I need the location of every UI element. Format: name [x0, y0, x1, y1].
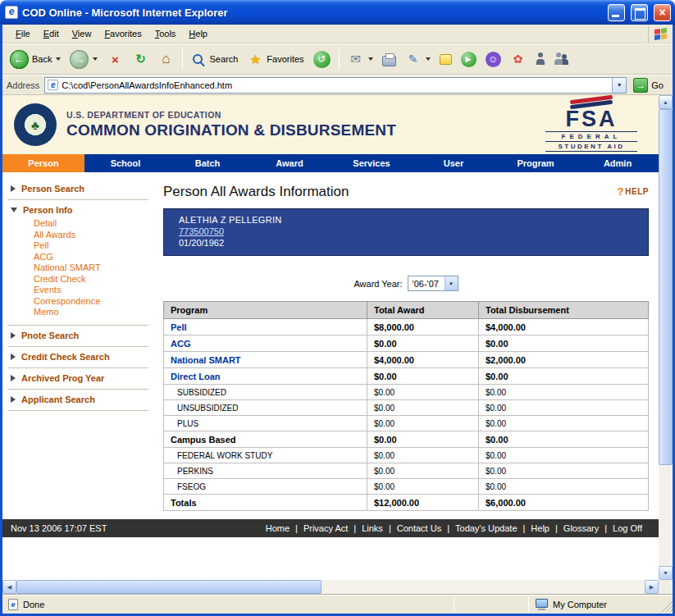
banner-app-title: COMMON ORIGINATION & DISBURSEMENT — [66, 121, 396, 139]
sidebar-subitems: Detail All Awards Pell ACG National SMAR… — [7, 217, 148, 321]
menu-tools[interactable]: Tools — [148, 26, 183, 41]
discuss-button[interactable] — [436, 52, 456, 67]
close-button[interactable]: × — [654, 4, 671, 21]
menu-help[interactable]: Help — [182, 26, 214, 41]
horizontal-scrollbar[interactable]: ◀ ▶ — [2, 580, 673, 594]
home-button[interactable]: ⌂ — [153, 48, 178, 70]
nav-tab-person[interactable]: Person — [2, 154, 84, 172]
footer-link-links[interactable]: Links — [358, 523, 386, 533]
sidebar-item-credit-check[interactable]: Credit Check — [34, 274, 148, 285]
sidebar-item-correspondence[interactable]: Correspondence — [34, 296, 148, 308]
program-link-acg[interactable]: ACG — [171, 339, 190, 349]
person-name: ALETHIA Z PELLEGRIN — [179, 214, 633, 226]
sidebar-item-person-info[interactable]: Person Info — [7, 203, 148, 217]
sidebar-item-person-search[interactable]: Person Search — [7, 182, 148, 195]
sidebar-item-national-smart[interactable]: National SMART — [34, 262, 148, 274]
edit-button[interactable]: ✎ — [401, 48, 435, 70]
sidebar-item-memo[interactable]: Memo — [34, 307, 148, 318]
sidebar-item-acg[interactable]: ACG — [34, 252, 148, 263]
program-link-pell[interactable]: Pell — [171, 322, 187, 332]
banner-text: U.S. DEPARTMENT OF EDUCATION COMMON ORIG… — [66, 110, 396, 139]
award-cell: $0.00 — [367, 416, 479, 431]
footer-link-help[interactable]: Help — [527, 523, 553, 533]
horizontal-scroll-thumb[interactable] — [16, 580, 322, 594]
messenger-button[interactable]: ☺ — [481, 49, 505, 70]
title-bar[interactable]: e COD Online - Microsoft Internet Explor… — [0, 0, 675, 25]
stop-icon: × — [107, 51, 123, 67]
sidebar-item-pnote-search[interactable]: Pnote Search — [7, 329, 148, 342]
menu-view[interactable]: View — [66, 26, 98, 41]
department-of-education-seal-icon: ♣ — [14, 103, 57, 146]
stop-button[interactable]: × — [103, 48, 127, 70]
mail-dropdown-caret[interactable] — [368, 57, 373, 61]
scroll-up-button[interactable]: ▲ — [659, 95, 673, 109]
icq-flower-icon: ✿ — [510, 51, 527, 67]
scroll-down-button[interactable]: ▼ — [659, 566, 673, 580]
nav-tab-services[interactable]: Services — [331, 154, 413, 172]
horizontal-scroll-track[interactable] — [16, 580, 645, 594]
menu-file[interactable]: File — [9, 26, 37, 41]
sidebar-item-pell[interactable]: Pell — [34, 240, 148, 252]
forward-button[interactable]: → — [66, 48, 102, 71]
award-cell: $12,000.00 — [367, 495, 479, 511]
help-link[interactable]: ? HELP — [617, 185, 649, 198]
scroll-left-button[interactable]: ◀ — [2, 580, 16, 594]
nav-tab-school[interactable]: School — [84, 154, 166, 172]
go-button[interactable]: → Go — [632, 77, 668, 94]
footer-link-log-off[interactable]: Log Off — [609, 523, 645, 533]
back-dropdown-caret[interactable] — [56, 57, 61, 61]
scroll-right-button[interactable]: ▶ — [645, 580, 659, 594]
footer-link-todays-update[interactable]: Today's Update — [452, 523, 520, 533]
award-year-row: Award Year: '06-'07 ▼ — [163, 276, 649, 291]
award-year-select[interactable]: '06-'07 ▼ — [408, 276, 458, 291]
edit-dropdown-caret[interactable] — [426, 57, 431, 61]
favorites-button[interactable]: ★ Favorites — [243, 48, 308, 70]
person-id-link[interactable]: 773500750 — [179, 226, 224, 236]
nav-tab-program[interactable]: Program — [495, 154, 577, 172]
nav-tab-award[interactable]: Award — [249, 154, 331, 172]
select-dropdown-icon[interactable]: ▼ — [445, 276, 458, 290]
maximize-button[interactable] — [631, 4, 648, 21]
nav-tab-admin[interactable]: Admin — [577, 154, 659, 172]
nav-tab-batch[interactable]: Batch — [166, 154, 249, 172]
forward-dropdown-caret[interactable] — [93, 57, 98, 61]
vertical-scroll-thumb[interactable] — [659, 109, 673, 465]
sidebar-item-applicant-search[interactable]: Applicant Search — [7, 393, 148, 406]
vertical-scroll-track[interactable] — [659, 109, 673, 566]
media-button[interactable]: ▶ — [457, 49, 481, 70]
address-dropdown-button[interactable]: ▼ — [612, 78, 626, 93]
footer-link-glossary[interactable]: Glossary — [560, 523, 602, 533]
icq-button[interactable]: ✿ — [506, 48, 531, 70]
resize-grip[interactable] — [660, 600, 673, 612]
contacts-button[interactable] — [550, 50, 573, 68]
menu-edit[interactable]: Edit — [37, 26, 66, 41]
address-combo[interactable]: e ▼ — [44, 77, 627, 94]
menu-favorites[interactable]: Favorites — [98, 26, 148, 41]
refresh-button[interactable]: ↻ — [128, 48, 153, 70]
windows-logo-icon — [648, 25, 673, 43]
search-button[interactable]: Search — [187, 50, 242, 68]
sidebar-item-credit-check-search[interactable]: Credit Check Search — [7, 350, 148, 363]
sidebar-item-archived-prog-year[interactable]: Archived Prog Year — [7, 372, 148, 385]
address-input[interactable] — [62, 80, 612, 90]
main-panel: Person All Awards Information ? HELP ALE… — [160, 172, 659, 511]
print-button[interactable] — [378, 50, 400, 69]
footer-link-home[interactable]: Home — [262, 523, 293, 533]
nav-tab-user[interactable]: User — [413, 154, 495, 172]
minimize-button[interactable] — [608, 4, 625, 21]
back-button[interactable]: ← Back — [6, 48, 65, 71]
footer-link-contact-us[interactable]: Contact Us — [394, 523, 445, 533]
program-link-national-smart[interactable]: National SMART — [171, 355, 241, 365]
footer-separator: | — [602, 523, 609, 533]
vertical-scrollbar[interactable]: ▲ ▼ — [659, 95, 673, 580]
status-zone-label: My Computer — [553, 600, 607, 609]
program-link-direct-loan[interactable]: Direct Loan — [171, 372, 221, 381]
sidebar-item-events[interactable]: Events — [34, 285, 148, 296]
sidebar-item-all-awards[interactable]: All Awards — [34, 230, 148, 241]
sidebar-item-detail[interactable]: Detail — [34, 218, 148, 230]
profile-button[interactable] — [531, 50, 550, 68]
award-cell: $0.00 — [367, 400, 479, 416]
history-button[interactable]: ↺ — [309, 48, 335, 71]
footer-link-privacy-act[interactable]: Privacy Act — [300, 523, 351, 533]
mail-button[interactable]: ✉ — [344, 48, 377, 70]
